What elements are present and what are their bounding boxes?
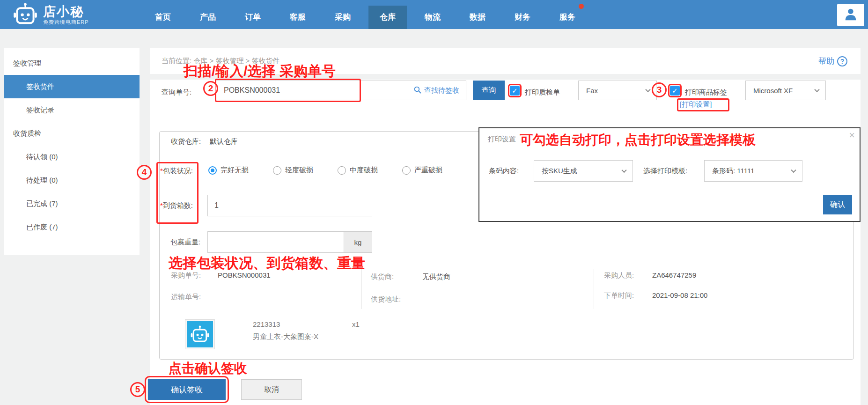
cancel-button[interactable]: 取消 xyxy=(241,379,302,400)
barcode-content-select[interactable]: 按SKU生成 xyxy=(534,160,633,182)
annotation-auto-print: 可勾选自动打印，点击打印设置选择模板 xyxy=(520,131,756,149)
chevron-down-icon xyxy=(645,87,650,92)
chevron-down-icon xyxy=(814,87,819,92)
annotation-step-4: 4 xyxy=(137,165,152,180)
popup-title: 打印设置 xyxy=(488,135,516,144)
packing-status-label: *包装状况: xyxy=(160,167,193,176)
supplier-value: 无供货商 xyxy=(422,272,450,281)
chevron-down-icon xyxy=(791,168,796,173)
annotation-select-packing: 选择包装状况、到货箱数、重量 xyxy=(169,254,365,273)
top-nav: 店小秘 免费跨境电商ERP 首页 产品 订单 客服 采购 仓库 物流 数据 财务… xyxy=(0,0,868,29)
close-icon[interactable]: × xyxy=(849,129,855,141)
product-qty: x1 xyxy=(352,320,360,328)
sidebar-item-to-process[interactable]: 待处理 (0) xyxy=(4,169,140,192)
print-template-label: 选择打印模板: xyxy=(643,167,687,176)
warehouse-label: 收货仓库: xyxy=(171,137,201,146)
app-title: 店小秘 xyxy=(43,5,89,19)
print-settings-popup: 打印设置 × 可勾选自动打印，点击打印设置选择模板 条码内容: 按SKU生成 选… xyxy=(478,127,861,222)
sidebar: 签收管理 签收货件 签收记录 收货质检 待认领 (0) 待处理 (0) 已完成 … xyxy=(4,48,140,255)
menu-item-products[interactable]: 产品 xyxy=(189,6,227,29)
radio-light-damage[interactable]: 轻度破损 xyxy=(273,166,313,175)
annotation-scan-po: 扫描/输入/选择 采购单号 xyxy=(184,62,336,81)
notification-dot xyxy=(579,4,584,9)
order-time-value: 2021-09-08 21:00 xyxy=(652,291,707,299)
menu-item-finance[interactable]: 财务 xyxy=(503,6,542,29)
weight-label: 包裹重量: xyxy=(170,238,200,247)
print-goods-label: 打印商品标签 xyxy=(685,88,727,97)
radio-medium-damage[interactable]: 中度破损 xyxy=(338,166,378,175)
sidebar-item-voided[interactable]: 已作废 (7) xyxy=(4,215,140,239)
supplier-label: 供货商: xyxy=(371,272,394,281)
print-template-select[interactable]: 条形码: 11111 xyxy=(704,160,802,182)
po-number-input[interactable] xyxy=(217,86,414,95)
help-link[interactable]: 帮助 ? xyxy=(818,56,847,66)
menu-item-home[interactable]: 首页 xyxy=(144,6,182,29)
menu-item-data[interactable]: 数据 xyxy=(458,6,497,29)
help-label: 帮助 xyxy=(818,56,834,66)
popup-confirm-button[interactable]: 确认 xyxy=(823,195,852,214)
menu-item-services-label: 服务 xyxy=(559,13,575,22)
po-value: POBKSN000031 xyxy=(218,271,271,279)
menu-item-services[interactable]: 服务 xyxy=(548,6,587,29)
radio-severe-damage[interactable]: 严重破损 xyxy=(402,166,442,175)
app-logo[interactable]: 店小秘 免费跨境电商ERP xyxy=(13,3,89,27)
annotation-click-confirm: 点击确认签收 xyxy=(169,360,247,377)
print-qc-checkbox[interactable]: ✓ xyxy=(510,86,520,96)
po-search-field: 查找待签收 xyxy=(217,81,466,100)
sidebar-item-sign-shipment[interactable]: 签收货件 xyxy=(4,75,140,98)
print-settings-link[interactable]: [打印设置] xyxy=(680,100,712,109)
query-number-label: 查询单号: xyxy=(162,88,191,97)
packing-status-radio-group: 完好无损 轻度破损 中度破损 严重破损 xyxy=(208,166,442,175)
sidebar-group-sign-management[interactable]: 签收管理 xyxy=(4,52,140,75)
qc-printer-select[interactable]: Fax xyxy=(578,81,657,100)
boxes-label: *到货箱数: xyxy=(160,201,193,210)
find-pending-label: 查找待签收 xyxy=(424,86,459,95)
sidebar-group-receiving-qc[interactable]: 收货质检 xyxy=(4,122,140,145)
annotation-box-qc-checkbox: ✓ xyxy=(508,84,522,97)
radio-dot-icon xyxy=(338,166,346,175)
weight-unit-addon: kg xyxy=(344,231,372,253)
radio-intact[interactable]: 完好无损 xyxy=(208,166,249,175)
annotation-box-goods-checkbox: ✓ xyxy=(668,84,682,97)
menu-item-warehouse[interactable]: 仓库 xyxy=(368,6,407,29)
barcode-content-label: 条码内容: xyxy=(489,167,519,176)
barcode-content-value: 按SKU生成 xyxy=(542,167,577,176)
menu-item-orders[interactable]: 订单 xyxy=(234,6,272,29)
query-button[interactable]: 查询 xyxy=(473,81,505,100)
column-divider xyxy=(361,269,362,309)
buyer-value: ZA646747259 xyxy=(652,271,696,279)
menu-item-purchase[interactable]: 采购 xyxy=(324,6,362,29)
annotation-step-5: 5 xyxy=(130,382,145,397)
goods-printer-select[interactable]: Microsoft XF xyxy=(745,81,826,100)
weight-input[interactable] xyxy=(207,231,344,253)
print-qc-label: 打印质检单 xyxy=(525,88,560,97)
product-name: 男童上衣-大象图案-X xyxy=(253,332,318,341)
annotation-step-2: 2 xyxy=(203,81,218,96)
print-goods-label-checkbox[interactable]: ✓ xyxy=(670,86,680,96)
robot-logo-icon xyxy=(13,3,37,27)
dotted-divider xyxy=(168,313,846,313)
transport-label: 运输单号: xyxy=(171,293,201,302)
radio-dot-icon xyxy=(273,166,281,175)
sidebar-item-completed[interactable]: 已完成 (7) xyxy=(4,192,140,215)
column-divider xyxy=(594,269,594,309)
supplier-addr-label: 供货地址: xyxy=(371,295,401,304)
boxes-count-input[interactable] xyxy=(207,195,372,216)
search-icon xyxy=(414,86,421,95)
app-subtitle: 免费跨境电商ERP xyxy=(43,19,89,26)
order-time-label: 下单时间: xyxy=(604,291,634,300)
menu-item-logistics[interactable]: 物流 xyxy=(413,6,452,29)
sidebar-item-to-claim[interactable]: 待认领 (0) xyxy=(4,145,140,169)
sidebar-item-sign-records[interactable]: 签收记录 xyxy=(4,98,140,122)
menu-item-service[interactable]: 客服 xyxy=(279,6,317,29)
radio-dot-icon xyxy=(402,166,411,175)
user-account-button[interactable] xyxy=(837,4,864,26)
buyer-label: 采购人员: xyxy=(604,271,634,280)
find-pending-link[interactable]: 查找待签收 xyxy=(414,86,466,95)
product-image xyxy=(185,319,215,349)
user-icon xyxy=(844,7,858,23)
page: 店小秘 免费跨境电商ERP 首页 产品 订单 客服 采购 仓库 物流 数据 财务… xyxy=(0,0,868,405)
help-question-icon: ? xyxy=(837,56,847,66)
chevron-down-icon xyxy=(621,168,626,173)
confirm-sign-button[interactable]: 确认签收 xyxy=(148,379,226,400)
